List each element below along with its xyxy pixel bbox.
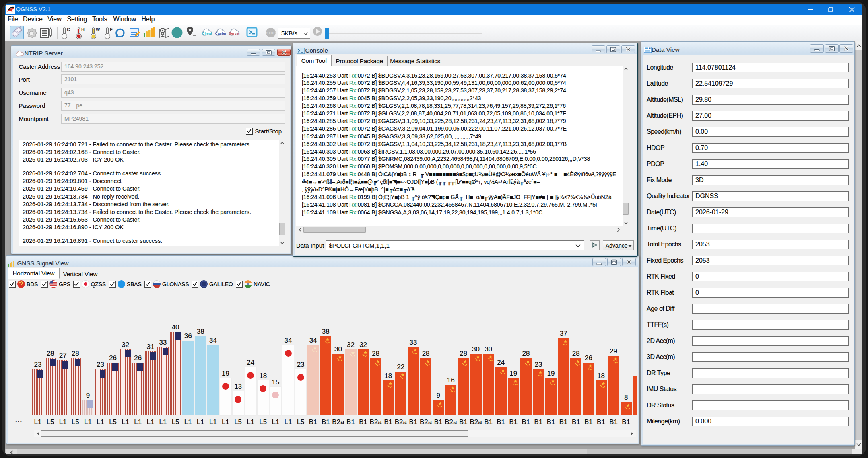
- svg-text:H: H: [81, 27, 85, 32]
- svg-text:Server: Server: [229, 31, 240, 35]
- svg-text:Caster: Caster: [215, 31, 227, 35]
- svg-text:C: C: [67, 27, 70, 32]
- svg-text:Client: Client: [202, 31, 212, 35]
- svg-text:F: F: [110, 27, 113, 32]
- svg-text:STOP: STOP: [266, 31, 276, 35]
- svg-text:W: W: [96, 27, 100, 32]
